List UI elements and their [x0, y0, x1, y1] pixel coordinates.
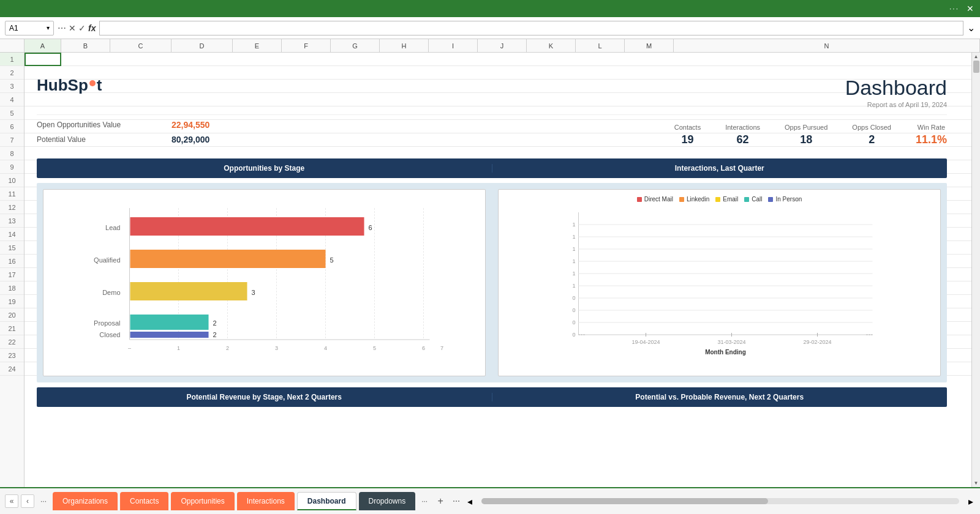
- svg-text:2: 2: [226, 345, 229, 351]
- more-formula-icon[interactable]: ⋯: [58, 23, 66, 33]
- svg-text:5: 5: [373, 345, 376, 351]
- tab-more-left-btn[interactable]: ···: [37, 494, 50, 508]
- confirm-formula-icon[interactable]: ✓: [78, 23, 86, 33]
- row-num-4[interactable]: 4: [0, 93, 24, 106]
- row-num-23[interactable]: 23: [0, 349, 24, 362]
- legend-email: Email: [715, 196, 738, 203]
- col-header-C[interactable]: C: [110, 39, 172, 52]
- col-header-B[interactable]: B: [61, 39, 110, 52]
- bar-chart-svg: 6 Lead 5 Qualified 3 Demo: [50, 196, 479, 367]
- formula-input[interactable]: [99, 21, 963, 35]
- row-num-5[interactable]: 5: [0, 106, 24, 120]
- chart3-title: Potential Revenue by Stage, Next 2 Quart…: [37, 393, 492, 401]
- svg-text:1: 1: [572, 270, 575, 277]
- row-num-21[interactable]: 21: [0, 322, 24, 335]
- row-num-15[interactable]: 15: [0, 241, 24, 255]
- row-numbers: 1 2 3 4 5 6 7 8 9 10 11 12 13 14 15 16 1…: [0, 39, 24, 487]
- col-header-M[interactable]: M: [625, 39, 674, 52]
- dashboard-title: Dashboard: [845, 76, 947, 100]
- svg-text:Lead: Lead: [105, 224, 120, 231]
- col-header-J[interactable]: J: [478, 39, 527, 52]
- col-header-K[interactable]: K: [527, 39, 576, 52]
- row-num-2[interactable]: 2: [0, 66, 24, 80]
- col-header-A[interactable]: A: [24, 39, 61, 52]
- svg-text:1: 1: [572, 246, 575, 252]
- bar-chart-box: 6 Lead 5 Qualified 3 Demo: [43, 189, 486, 376]
- opps-closed-stat: Opps Closed 2: [852, 124, 891, 146]
- svg-text:2: 2: [213, 319, 217, 327]
- row-num-22[interactable]: 22: [0, 335, 24, 349]
- vertical-scrollbar[interactable]: ▲ ▼: [971, 53, 980, 487]
- col-header-L[interactable]: L: [576, 39, 625, 52]
- col-header-H[interactable]: H: [380, 39, 429, 52]
- title-bar: ··· ✕: [0, 0, 980, 17]
- tab-prev-prev-btn[interactable]: «: [5, 494, 18, 508]
- tab-add-btn[interactable]: +: [434, 494, 447, 508]
- legend-direct-mail: Direct Mail: [637, 196, 673, 203]
- scroll-thumb[interactable]: [973, 61, 979, 73]
- tab-scroll-right-btn[interactable]: ▸: [967, 496, 975, 507]
- col-header-N[interactable]: N: [674, 39, 980, 52]
- row-num-13[interactable]: 13: [0, 214, 24, 228]
- charts-row: 6 Lead 5 Qualified 3 Demo: [37, 183, 947, 382]
- row-num-24[interactable]: 24: [0, 362, 24, 376]
- scroll-down-arrow[interactable]: ▼: [974, 480, 979, 486]
- bar-lead: [130, 217, 364, 236]
- tab-more-right-btn[interactable]: ···: [418, 494, 431, 508]
- win-rate-stat: Win Rate 11.1%: [916, 124, 947, 146]
- tab-options-btn[interactable]: ⋯: [450, 494, 463, 508]
- tab-opportunities[interactable]: Opportunities: [171, 492, 234, 510]
- row-num-3[interactable]: 3: [0, 80, 24, 93]
- svg-text:2: 2: [213, 331, 217, 338]
- col-header-E[interactable]: E: [233, 39, 282, 52]
- row-num-14[interactable]: 14: [0, 228, 24, 241]
- row-num-6[interactable]: 6: [0, 120, 24, 133]
- svg-text:7: 7: [440, 345, 443, 351]
- legend-call: Call: [744, 196, 762, 203]
- svg-text:3: 3: [275, 345, 278, 351]
- row-num-17[interactable]: 17: [0, 268, 24, 281]
- row-num-18[interactable]: 18: [0, 281, 24, 295]
- close-icon[interactable]: ✕: [967, 4, 974, 13]
- scroll-up-arrow[interactable]: ▲: [974, 54, 979, 59]
- svg-text:Proposal: Proposal: [94, 319, 120, 327]
- col-header-I[interactable]: I: [429, 39, 478, 52]
- svg-text:Qualified: Qualified: [94, 256, 120, 264]
- col-header-F[interactable]: F: [282, 39, 331, 52]
- col-header-G[interactable]: G: [331, 39, 380, 52]
- row-num-1[interactable]: 1: [0, 53, 24, 66]
- row-num-11[interactable]: 11: [0, 187, 24, 201]
- cell-reference[interactable]: A1 ▾: [5, 21, 54, 35]
- tab-dashboard[interactable]: Dashboard: [297, 492, 356, 510]
- bar-demo: [130, 282, 247, 300]
- svg-text:0: 0: [572, 307, 575, 313]
- row-num-19[interactable]: 19: [0, 295, 24, 308]
- tab-organizations[interactable]: Organizations: [53, 492, 118, 510]
- svg-text:6: 6: [422, 345, 425, 351]
- svg-text:–: –: [128, 345, 131, 351]
- bar-closed: [130, 332, 209, 338]
- row-num-16[interactable]: 16: [0, 255, 24, 268]
- row-num-20[interactable]: 20: [0, 308, 24, 322]
- expand-formula-icon[interactable]: ⌄: [967, 22, 975, 34]
- row-num-7[interactable]: 7: [0, 133, 24, 147]
- row-num-9[interactable]: 9: [0, 160, 24, 174]
- tab-scroll-left-btn[interactable]: ◂: [466, 496, 474, 507]
- chart2-title: Interactions, Last Quarter: [492, 164, 948, 173]
- cancel-formula-icon[interactable]: ✕: [69, 23, 76, 33]
- interactions-stat: Interactions 62: [725, 124, 760, 146]
- row-num-10[interactable]: 10: [0, 174, 24, 187]
- line-chart-svg: 1 1 1 1 1 1 0 0 0 0 19-: [505, 206, 934, 359]
- col-header-D[interactable]: D: [172, 39, 233, 52]
- tab-prev-btn[interactable]: ‹: [21, 494, 34, 508]
- hubspot-dot: [89, 80, 96, 86]
- tab-dropdowns[interactable]: Dropdowns: [359, 492, 416, 510]
- row-num-12[interactable]: 12: [0, 201, 24, 214]
- formula-icons: ⋯ ✕ ✓ fx: [58, 23, 96, 33]
- tab-scrollbar-thumb[interactable]: [481, 498, 768, 504]
- tab-interactions[interactable]: Interactions: [237, 492, 295, 510]
- tab-contacts[interactable]: Contacts: [120, 492, 168, 510]
- bar-proposal: [130, 315, 209, 330]
- row-num-8[interactable]: 8: [0, 147, 24, 160]
- svg-text:29-02-2024: 29-02-2024: [803, 339, 831, 345]
